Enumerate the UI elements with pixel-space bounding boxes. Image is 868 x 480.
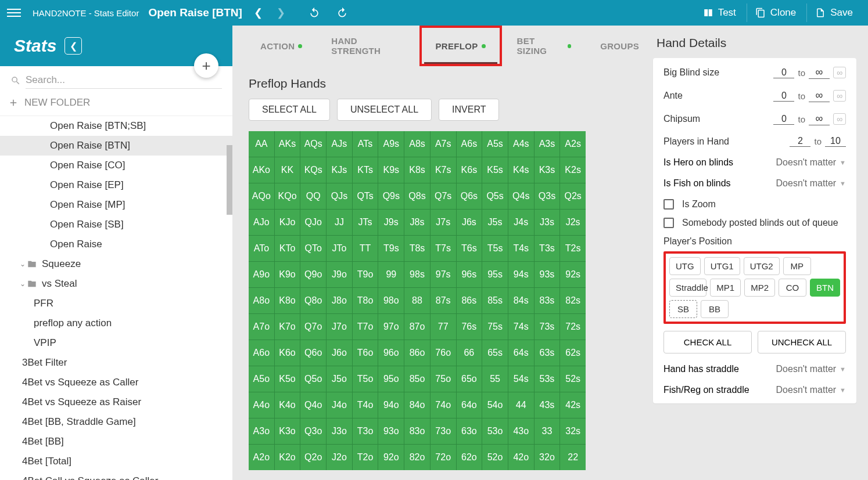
tree-item[interactable]: VPIP [0,333,232,353]
hand-cell[interactable]: K8s [404,157,430,183]
check-all-button[interactable]: CHECK ALL [663,331,752,353]
hand-cell[interactable]: 98s [404,262,430,287]
hand-cell[interactable]: AJo [249,210,274,235]
players-from-input[interactable] [790,136,810,147]
hand-cell[interactable]: 76s [457,314,482,340]
hand-cell[interactable]: QTo [300,236,326,261]
hand-cell[interactable]: T5o [353,366,378,392]
tree-item[interactable]: 4Bet [BB, Straddle Game] [0,412,232,432]
tree-item[interactable]: Open Raise [BTN] [0,136,232,156]
hand-cell[interactable]: KTo [275,236,300,261]
ante-to-value[interactable]: ∞ [809,89,830,102]
tree-item[interactable]: ⌄vs Steal [0,274,232,294]
infinity-icon[interactable]: ∞ [833,113,846,125]
hand-cell[interactable]: J9o [327,262,352,287]
hand-cell[interactable]: 86o [404,340,430,366]
hand-cell[interactable]: A4o [249,392,274,418]
position-mp[interactable]: MP [783,257,811,275]
hand-cell[interactable]: 97o [378,314,404,340]
hand-cell[interactable]: 64o [457,392,482,418]
position-btn[interactable]: BTN [810,279,840,297]
hand-cell[interactable]: 33 [535,418,560,444]
hand-cell[interactable]: 98o [378,288,404,313]
hand-cell[interactable]: K8o [275,288,300,313]
hand-cell[interactable]: T4o [353,392,378,418]
position-utg[interactable]: UTG [669,257,701,275]
tree-item[interactable]: 4Bet Call vs Squeeze as Caller [0,471,232,480]
tree-item[interactable]: ⌄Squeeze [0,254,232,274]
position-co[interactable]: CO [779,279,806,297]
hand-cell[interactable]: 42o [508,445,534,470]
position-straddle[interactable]: Straddle [669,279,706,297]
hand-cell[interactable]: 82s [560,288,586,313]
hand-cell[interactable]: 55 [482,366,508,392]
hand-cell[interactable]: AA [249,131,274,157]
hand-cell[interactable]: 92o [378,445,404,470]
hand-cell[interactable]: Q4o [300,392,326,418]
hand-cell[interactable]: 83s [535,288,560,313]
hand-cell[interactable]: TT [353,236,378,261]
position-mp2[interactable]: MP2 [744,279,775,297]
hand-cell[interactable]: 62o [457,445,482,470]
hand-cell[interactable]: 63o [457,418,482,444]
tree-item[interactable]: 4Bet vs Squeeze as Raiser [0,392,232,412]
hand-cell[interactable]: J6o [327,340,352,366]
bb-to-value[interactable]: ∞ [809,66,830,79]
hand-cell[interactable]: 73o [431,418,456,444]
hand-cell[interactable]: 85o [404,366,430,392]
hand-cell[interactable]: T9s [378,236,404,261]
invert-button[interactable]: INVERT [439,99,499,121]
tree-item[interactable]: Open Raise [CO] [0,156,232,175]
position-utg2[interactable]: UTG2 [744,257,780,275]
hand-cell[interactable]: 82o [404,445,430,470]
position-bb[interactable]: BB [701,300,729,318]
hand-cell[interactable]: A2s [560,131,586,157]
tree-item[interactable]: Open Raise [BTN;SB] [0,116,232,136]
hand-cell[interactable]: 73s [535,314,560,340]
is-zoom-checkbox[interactable] [663,199,674,210]
hand-cell[interactable]: 43s [535,392,560,418]
hand-cell[interactable]: A2o [249,445,274,470]
hand-cell[interactable]: KJo [275,210,300,235]
hand-cell[interactable]: J2o [327,445,352,470]
clone-button[interactable]: Clone [747,3,804,22]
hand-cell[interactable]: A4s [508,131,534,157]
tree-item[interactable]: 3Bet Filter [0,353,232,373]
hand-cell[interactable]: J8s [404,210,430,235]
hand-cell[interactable]: 75s [482,314,508,340]
hand-cell[interactable]: 95s [482,262,508,287]
unselect-all-button[interactable]: UNSELECT ALL [337,99,432,121]
hand-cell[interactable]: 52o [482,445,508,470]
hand-cell[interactable]: 22 [560,445,586,470]
hand-cell[interactable]: JTo [327,236,352,261]
straddle-dropdown[interactable]: Doesn't matter▼ [776,364,846,374]
hand-cell[interactable]: K5s [482,157,508,183]
menu-icon[interactable] [7,6,21,20]
ante-from-input[interactable] [773,91,794,102]
hand-cell[interactable]: A7s [431,131,456,157]
hand-cell[interactable]: AKo [249,157,274,183]
tree-item[interactable]: 4Bet [BB] [0,432,232,452]
bb-from-input[interactable] [773,67,794,78]
hand-cell[interactable]: K5o [275,366,300,392]
hand-cell[interactable]: K7s [431,157,456,183]
test-button[interactable]: Test [695,3,744,22]
tab-hand-strength[interactable]: HAND STRENGTH [317,26,418,66]
hand-cell[interactable]: Q7o [300,314,326,340]
hand-cell[interactable]: A8s [404,131,430,157]
hand-cell[interactable]: 87s [431,288,456,313]
hand-cell[interactable]: T3o [353,418,378,444]
hand-cell[interactable]: QQ [300,183,326,209]
undo-icon[interactable] [309,7,320,19]
players-to-input[interactable] [825,136,846,147]
hand-cell[interactable]: 72o [431,445,456,470]
tree-item[interactable]: 4Bet [Total] [0,452,232,471]
position-utg1[interactable]: UTG1 [704,257,740,275]
hand-cell[interactable]: 74s [508,314,534,340]
hand-cell[interactable]: K6s [457,157,482,183]
hand-cell[interactable]: A5o [249,366,274,392]
hand-cell[interactable]: K9s [378,157,404,183]
hand-cell[interactable]: 42s [560,392,586,418]
hand-cell[interactable]: Q9s [378,183,404,209]
hand-cell[interactable]: QTs [353,183,378,209]
